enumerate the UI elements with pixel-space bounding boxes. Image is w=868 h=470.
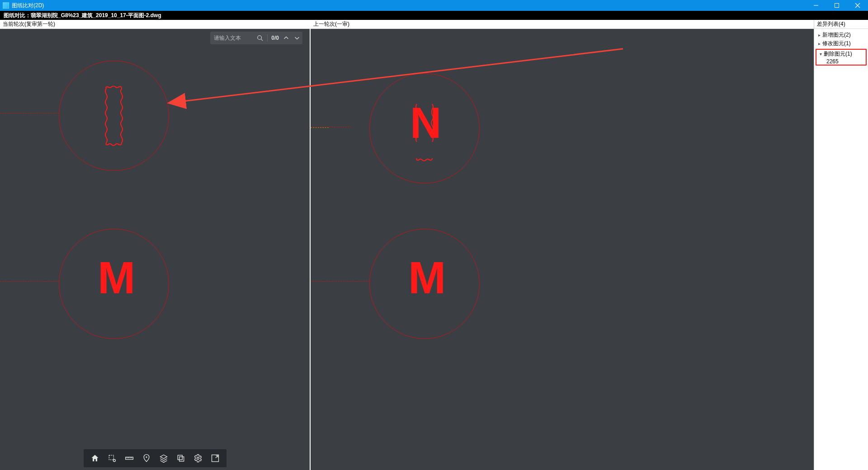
diff-item[interactable]: 2265 bbox=[816, 58, 866, 65]
leader-line bbox=[311, 281, 369, 282]
search-icon[interactable] bbox=[256, 34, 264, 42]
right-panel-title: 上一轮次(一审) bbox=[313, 20, 349, 28]
diff-group-modified[interactable]: ▸ 修改图元(1) bbox=[815, 39, 867, 48]
svg-rect-16 bbox=[178, 455, 182, 460]
window-controls bbox=[806, 0, 868, 11]
tree-item-label: 删除图元(1) bbox=[824, 50, 852, 58]
svg-point-4 bbox=[258, 36, 262, 40]
fullscreen-button[interactable] bbox=[208, 451, 223, 466]
search-counter: 0/0 bbox=[271, 35, 279, 41]
leader-line bbox=[0, 281, 59, 282]
svg-rect-17 bbox=[179, 457, 184, 461]
window-titlebar: 图纸比对(2D) bbox=[0, 0, 868, 11]
marker-letter: M bbox=[408, 255, 446, 300]
copy-view-button[interactable] bbox=[173, 451, 189, 466]
svg-line-5 bbox=[261, 39, 263, 41]
app-icon bbox=[3, 2, 9, 9]
difference-list-panel: 差异列表(4) ▸ 新增图元(2) ▸ 修改图元(1) ▾ 删除图元(1) 22… bbox=[814, 20, 868, 470]
viewer-toolbar bbox=[84, 449, 226, 467]
svg-point-18 bbox=[197, 457, 199, 460]
search-prev-button[interactable] bbox=[283, 34, 290, 42]
document-path-bar: 图纸对比：翡翠湖别院_G8%23_建筑_2019_10_17-平面图-2.dwg bbox=[0, 11, 868, 20]
svg-point-7 bbox=[113, 460, 115, 462]
svg-marker-15 bbox=[160, 455, 167, 459]
column-symbol bbox=[102, 86, 126, 146]
close-button[interactable] bbox=[847, 0, 868, 11]
maximize-button[interactable] bbox=[826, 0, 847, 11]
left-panel-header: 当前轮次(复审第一轮) bbox=[0, 20, 310, 29]
settings-button[interactable] bbox=[190, 451, 206, 466]
caret-right-icon: ▸ bbox=[817, 41, 821, 46]
left-panel: 当前轮次(复审第一轮) 0/0 bbox=[0, 20, 311, 470]
diff-group-added[interactable]: ▸ 新增图元(2) bbox=[815, 31, 867, 39]
region-select-button[interactable] bbox=[104, 451, 120, 466]
document-path: 图纸对比：翡翠湖别院_G8%23_建筑_2019_10_17-平面图-2.dwg bbox=[4, 12, 161, 19]
right-panel-header: 上一轮次(一审) bbox=[311, 20, 814, 29]
right-canvas[interactable]: N M bbox=[311, 29, 814, 470]
svg-rect-6 bbox=[109, 455, 113, 460]
diff-group-deleted[interactable]: ▾ 删除图元(1) 2265 bbox=[816, 49, 867, 66]
svg-rect-1 bbox=[835, 4, 839, 8]
marker-letter: M bbox=[98, 255, 135, 300]
search-next-button[interactable] bbox=[293, 34, 301, 42]
minimize-button[interactable] bbox=[806, 0, 826, 11]
leader-line bbox=[0, 113, 59, 113]
caret-right-icon: ▸ bbox=[817, 33, 821, 38]
right-panel: 上一轮次(一审) N M bbox=[311, 20, 814, 470]
leader-line bbox=[311, 127, 351, 127]
difference-list-header: 差异列表(4) bbox=[814, 20, 868, 29]
tree-item-label: 新增图元(2) bbox=[822, 31, 851, 39]
home-button[interactable] bbox=[87, 451, 103, 466]
tree-item-label: 修改图元(1) bbox=[822, 40, 851, 47]
search-box: 0/0 bbox=[210, 32, 302, 44]
leader-line bbox=[311, 127, 329, 128]
window-title: 图纸比对(2D) bbox=[12, 2, 44, 9]
svg-line-20 bbox=[215, 456, 217, 458]
left-canvas[interactable]: 0/0 M bbox=[0, 29, 310, 470]
locate-button[interactable] bbox=[139, 451, 154, 466]
marker-letter: N bbox=[410, 101, 441, 145]
difference-list-title: 差异列表(4) bbox=[817, 20, 845, 28]
diff-item-id: 2265 bbox=[826, 58, 839, 65]
measure-button[interactable] bbox=[122, 451, 137, 466]
main-area: 当前轮次(复审第一轮) 0/0 bbox=[0, 20, 868, 470]
difference-tree: ▸ 新增图元(2) ▸ 修改图元(1) ▾ 删除图元(1) 2265 bbox=[814, 29, 868, 68]
layers-button[interactable] bbox=[156, 451, 171, 466]
left-panel-title: 当前轮次(复审第一轮) bbox=[3, 20, 55, 28]
svg-rect-8 bbox=[125, 457, 133, 460]
caret-down-icon: ▾ bbox=[818, 52, 823, 56]
search-input[interactable] bbox=[212, 35, 253, 41]
